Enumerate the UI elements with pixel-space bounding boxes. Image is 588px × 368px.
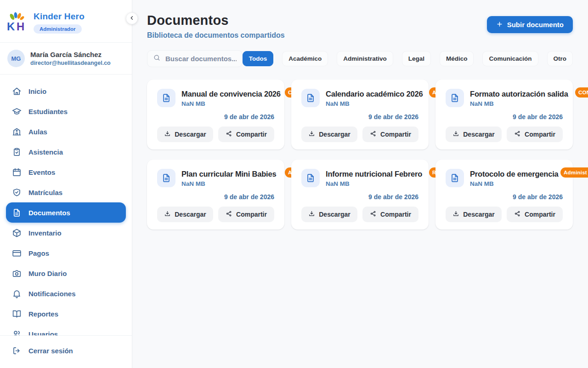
kinder-hero-logo-icon: K H	[6, 11, 28, 34]
sidebar-item-usuarios[interactable]: Usuarios	[6, 324, 126, 335]
share-button[interactable]: Compartir	[218, 207, 274, 222]
share-button-label: Compartir	[525, 131, 555, 138]
document-date: 9 de abr de 2026	[446, 193, 563, 201]
school-icon	[12, 127, 22, 137]
sidebar-item-inventario[interactable]: Inventario	[6, 223, 126, 243]
document-card: Plan curricular Mini BabiesNaN MBAca9 de…	[147, 160, 284, 230]
document-date: 9 de abr de 2026	[301, 193, 418, 201]
download-icon	[452, 130, 459, 138]
document-date: 9 de abr de 2026	[301, 113, 418, 121]
sidebar-item-aulas[interactable]: Aulas	[6, 121, 126, 142]
sidebar-item-label: Aulas	[28, 128, 47, 136]
logout-icon	[12, 346, 22, 356]
document-title: Protocolo de emergencia	[470, 169, 572, 178]
download-button[interactable]: Descargar	[157, 126, 213, 142]
filter-tab-otro[interactable]: Otro	[547, 51, 573, 66]
download-button[interactable]: Descargar	[301, 126, 357, 142]
download-button-label: Descargar	[463, 131, 495, 138]
page-title: Documentos	[147, 13, 285, 28]
download-icon	[452, 210, 459, 218]
document-file-icon	[157, 89, 175, 107]
box-icon	[12, 228, 22, 238]
user-email: director@huellitasdeangel.co	[30, 60, 111, 66]
document-file-icon	[446, 169, 464, 187]
sidebar-item-reportes[interactable]: Reportes	[6, 304, 126, 324]
sidebar-item-label: Muro Diario	[28, 270, 67, 277]
page-header-text: Documentos Biblioteca de documentos comp…	[147, 13, 285, 40]
sidebar-item-notificaciones[interactable]: Notificaciones	[6, 283, 126, 304]
sidebar-item-label: Reportes	[28, 310, 58, 318]
share-button[interactable]: Compartir	[362, 207, 418, 222]
share-button[interactable]: Compartir	[218, 126, 274, 142]
sidebar-item-eventos[interactable]: Eventos	[6, 162, 126, 182]
sidebar-item-label: Usuarios	[28, 330, 58, 336]
sidebar-item-label: Estudiantes	[28, 108, 68, 115]
logout-button[interactable]: Cerrar sesión	[6, 340, 126, 361]
document-card: Protocolo de emergenciaNaN MBAdminist9 d…	[435, 160, 573, 230]
document-file-icon	[301, 89, 320, 107]
download-button[interactable]: Descargar	[446, 126, 502, 142]
document-size: NaN MB	[181, 180, 284, 187]
document-date: 9 de abr de 2026	[446, 113, 563, 121]
search-input[interactable]	[165, 55, 237, 63]
filter-tab-academico[interactable]: Académico	[282, 51, 328, 66]
user-text: María García Sánchez director@huellitasd…	[30, 51, 111, 66]
download-icon	[308, 130, 315, 138]
sidebar-item-inicio[interactable]: Inicio	[6, 81, 126, 101]
document-card: Calendario académico 2026NaN MBAc9 de ab…	[291, 80, 429, 150]
avatar: MG	[7, 50, 25, 67]
download-button-label: Descargar	[319, 211, 351, 218]
sidebar-item-documentos[interactable]: Documentos	[6, 202, 126, 223]
sidebar-item-matriculas[interactable]: Matrículas	[6, 182, 126, 202]
home-icon	[12, 86, 22, 96]
page-subtitle: Biblioteca de documentos compartidos	[147, 31, 285, 40]
document-size: NaN MB	[181, 100, 284, 107]
shield-check-icon	[12, 188, 22, 197]
document-date: 9 de abr de 2026	[157, 113, 274, 121]
sidebar-item-asistencia[interactable]: Asistencia	[6, 142, 126, 162]
share-button[interactable]: Compartir	[362, 126, 418, 142]
logout-label: Cerrar sesión	[28, 347, 73, 355]
filter-tab-comunicacion[interactable]: Comunicación	[482, 51, 538, 66]
share-icon	[370, 130, 377, 138]
download-button[interactable]: Descargar	[446, 207, 502, 222]
download-button[interactable]: Descargar	[157, 207, 213, 222]
sidebar-item-estudiantes[interactable]: Estudiantes	[6, 101, 126, 121]
svg-text:K: K	[7, 20, 15, 32]
filter-tab-legal[interactable]: Legal	[402, 51, 431, 66]
category-badge: Administ	[560, 167, 588, 178]
share-button[interactable]: Compartir	[507, 126, 563, 142]
role-badge: Administrador	[34, 24, 82, 34]
logout-section: Cerrar sesión	[0, 335, 132, 368]
sidebar-item-pagos[interactable]: Pagos	[6, 243, 126, 263]
document-size: NaN MB	[326, 100, 428, 107]
svg-text:H: H	[17, 20, 24, 32]
sidebar-item-muro-diario[interactable]: Muro Diario	[6, 263, 126, 283]
share-button-label: Compartir	[380, 131, 411, 138]
search-icon	[153, 54, 161, 63]
download-button-label: Descargar	[175, 131, 206, 138]
brand-text: Kinder Hero Administrador	[34, 12, 85, 34]
sidebar-item-label: Eventos	[28, 168, 55, 176]
download-button[interactable]: Descargar	[301, 207, 357, 222]
graduation-cap-icon	[12, 107, 22, 116]
sidebar-item-label: Inventario	[28, 229, 62, 237]
bell-icon	[12, 289, 22, 299]
upload-button-label: Subir documento	[507, 21, 564, 29]
document-date: 9 de abr de 2026	[157, 193, 274, 201]
document-title: Calendario académico 2026	[326, 89, 428, 98]
main-content: Documentos Biblioteca de documentos comp…	[132, 0, 588, 230]
share-button-label: Compartir	[380, 211, 411, 218]
book-open-icon	[12, 309, 22, 319]
share-icon	[370, 210, 377, 218]
upload-document-button[interactable]: Subir documento	[487, 16, 573, 33]
clipboard-check-icon	[12, 147, 22, 157]
filter-tab-medico[interactable]: Médico	[440, 51, 474, 66]
sidebar-collapse-button[interactable]	[126, 12, 138, 24]
share-icon	[514, 130, 521, 138]
share-button[interactable]: Compartir	[507, 207, 563, 222]
filter-tab-todos[interactable]: Todos	[243, 51, 274, 66]
page-header: Documentos Biblioteca de documentos comp…	[147, 13, 573, 40]
document-size: NaN MB	[470, 100, 572, 107]
filter-tab-administrativo[interactable]: Administrativo	[337, 51, 393, 66]
